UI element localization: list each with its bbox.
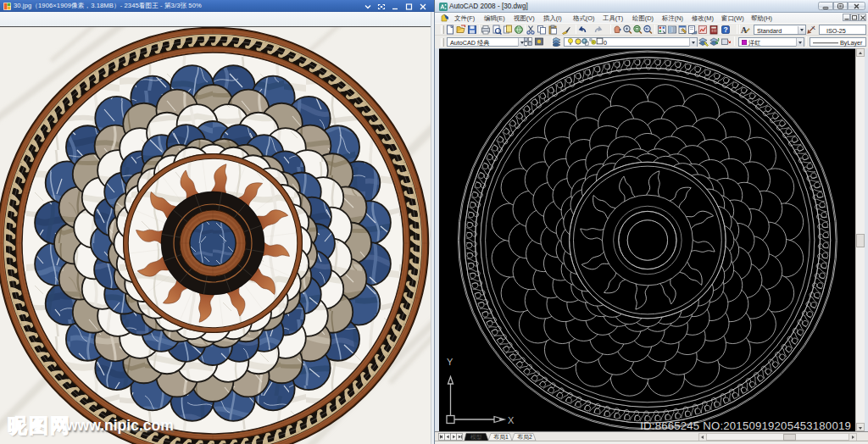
- svg-text:X: X: [508, 415, 515, 425]
- svg-text:A: A: [741, 25, 748, 35]
- svg-text:?: ?: [723, 25, 727, 34]
- svg-text:Y: Y: [447, 357, 453, 367]
- svg-text:模型: 模型: [470, 434, 482, 440]
